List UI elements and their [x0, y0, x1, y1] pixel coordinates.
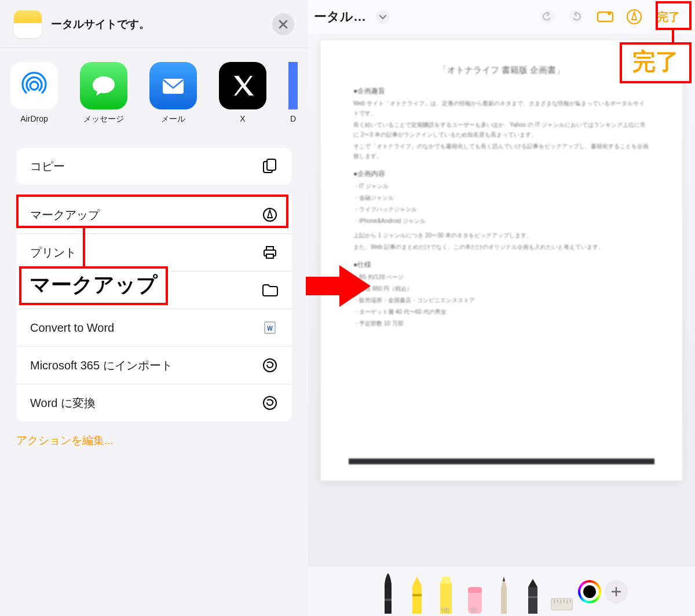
doc-text: ・B5 判/128 ページ [353, 272, 650, 282]
doc-text: ・販売場所：全国書店・コンビニエンスストア [353, 295, 650, 305]
marker-tool[interactable] [404, 569, 430, 614]
eraser-tool[interactable]: 80 [462, 569, 488, 614]
document-viewport[interactable]: 「オトナライフ 書籍版 企画書」 ●企画趣旨 Web サイト「オトナライフ」は、… [308, 34, 695, 566]
share-target-label: AirDrop [20, 114, 47, 123]
svg-rect-3 [267, 159, 276, 170]
markup-pen-icon [626, 9, 642, 25]
edit-actions-link[interactable]: アクションを編集... [0, 421, 308, 460]
action-label: "ファイル"に保存 [30, 283, 119, 298]
partial-app-icon [288, 62, 298, 109]
markup-palette: HB 80 [308, 566, 695, 616]
doc-text: ・ターゲット層 40 代〜60 代の男女 [353, 307, 650, 317]
ms365-icon [262, 395, 278, 411]
svg-rect-6 [266, 247, 273, 250]
ruler-tool[interactable] [549, 569, 575, 614]
action-label: マークアップ [30, 207, 100, 223]
doc-footer-bar [349, 459, 654, 464]
copy-icon [262, 158, 278, 174]
doc-text: また、Web 記事のまとめだけでなく、この本だけのオリジナル企画も入れたいと考え… [353, 242, 650, 252]
doc-heading: ●企画趣旨 [353, 86, 650, 96]
pencil-tool[interactable] [491, 569, 517, 614]
action-label: コピー [30, 159, 65, 174]
share-target-mail[interactable]: メール [149, 62, 197, 124]
svg-point-0 [30, 82, 38, 90]
doc-heading: ●仕様 [353, 260, 650, 270]
action-save-to-files[interactable]: "ファイル"に保存 [16, 272, 292, 309]
share-target-x[interactable]: X [219, 62, 266, 124]
chevron-down-icon [375, 9, 391, 25]
markup-toolbar: ータル… 完了 [308, 0, 695, 34]
ms365-icon [262, 357, 278, 373]
current-color-dot [583, 585, 596, 598]
actions-group-2: マークアップ プリント "ファイル"に保存 Convert to Word [16, 196, 292, 421]
doc-text: 上記から 1 ジャンルにつき 20〜30 本のネタをピックアップします。 [353, 230, 650, 240]
undo-button[interactable] [535, 5, 559, 29]
autofit-button[interactable] [593, 5, 617, 29]
action-ms365-import[interactable]: Microsoft 365 にインポート [16, 347, 292, 384]
svg-point-11 [264, 397, 276, 409]
plus-icon [610, 586, 622, 597]
redo-button[interactable] [564, 5, 588, 29]
svg-rect-7 [266, 254, 273, 258]
doc-text: ・予定部数 10 万部 [353, 318, 650, 328]
action-convert-to-word[interactable]: Convert to Word W [16, 309, 292, 347]
pen-tool[interactable] [375, 569, 401, 614]
print-icon [262, 244, 278, 261]
doc-text: ・iPhone&Android ジャンル [353, 216, 650, 226]
messages-icon [80, 62, 127, 109]
doc-text: 長く続いていることで定期購読をするユーザーも多いほか、Yahoo の IT ジャ… [353, 120, 650, 140]
share-target-airdrop[interactable]: AirDrop [10, 62, 58, 124]
share-header: ータルサイトです。 [0, 0, 308, 48]
action-label: Convert to Word [30, 321, 114, 335]
actions-group-1: コピー [16, 148, 292, 185]
done-button[interactable]: 完了 [651, 7, 686, 27]
color-picker[interactable] [578, 580, 601, 603]
redo-icon [568, 9, 584, 25]
doc-text: ・ライフハックジャンル [353, 204, 650, 214]
undo-icon [539, 9, 555, 25]
action-print[interactable]: プリント [16, 234, 292, 272]
crayon-tool[interactable] [520, 569, 546, 614]
doc-title: 「オトナライフ 書籍版 企画書」 [353, 65, 650, 76]
svg-rect-18 [385, 599, 392, 601]
svg-point-12 [376, 10, 390, 24]
share-target-partial[interactable]: D [288, 62, 298, 124]
x-app-icon [219, 62, 266, 109]
toolbar-title: ータル… [314, 8, 366, 25]
tool-size-label: HB [441, 607, 449, 614]
markup-toggle-button[interactable] [622, 5, 646, 29]
action-copy[interactable]: コピー [16, 148, 292, 185]
collapse-button[interactable] [371, 5, 395, 29]
doc-heading: ●企画内容 [353, 169, 650, 179]
share-target-label: メール [161, 114, 185, 124]
notes-app-icon [14, 10, 42, 38]
close-icon [278, 19, 288, 30]
folder-icon [262, 282, 278, 298]
svg-point-10 [264, 359, 276, 372]
autofit-icon [597, 10, 614, 24]
markup-editor: ータル… 完了 「オトナライフ 書籍版 企画書」 ●企画趣旨 [308, 0, 695, 616]
add-tool-button[interactable] [605, 580, 628, 603]
close-button[interactable] [272, 13, 294, 35]
airdrop-icon [10, 62, 58, 109]
doc-text: ・IT ジャンル [353, 181, 650, 191]
doc-text: そこで「オトナライフ」のなかでも書籍化しても長く読んでいける記事をピックアップし… [353, 141, 650, 161]
doc-text: ・価格 880 円（税込） [353, 284, 650, 294]
doc-text: ・金融ジャンル [353, 193, 650, 203]
tool-size-label: 80 [470, 607, 477, 614]
share-target-messages[interactable]: メッセージ [80, 62, 127, 124]
action-label: Microsoft 365 にインポート [30, 358, 173, 373]
action-word-convert-jp[interactable]: Word に変換 [16, 384, 292, 421]
share-target-label: D [290, 114, 296, 123]
action-label: Word に変換 [30, 395, 96, 411]
svg-point-16 [608, 12, 611, 15]
share-title: ータルサイトです。 [51, 17, 272, 32]
action-markup[interactable]: マークアップ [16, 196, 292, 234]
svg-rect-24 [528, 596, 537, 598]
share-target-label: X [240, 114, 245, 123]
svg-rect-22 [468, 587, 482, 593]
highlighter-tool[interactable]: HB [433, 569, 459, 614]
svg-rect-1 [163, 79, 184, 94]
action-label: プリント [30, 245, 76, 261]
document-page: 「オトナライフ 書籍版 企画書」 ●企画趣旨 Web サイト「オトナライフ」は、… [321, 41, 682, 481]
